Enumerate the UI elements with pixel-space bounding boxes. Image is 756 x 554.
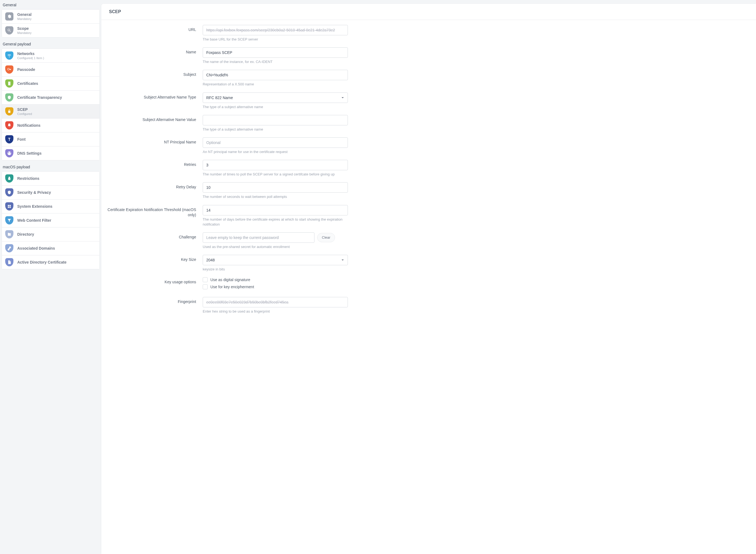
checkbox-label: Use for key encipherment: [210, 285, 254, 289]
form-area: URL The base URL for the SCEP server Nam…: [101, 20, 756, 330]
help-retry-delay: The number of seconds to wait between po…: [203, 195, 348, 199]
sidebar-item-general[interactable]: General Mandatory: [2, 10, 99, 23]
sidebar-item-sublabel: Configured( 1 Item ): [17, 56, 44, 60]
sidebar-item-passcode[interactable]: Passcode: [2, 63, 99, 77]
sidebar-item-assocdom[interactable]: Associated Domains: [2, 241, 99, 256]
sidebar-item-label: Security & Privacy: [17, 190, 51, 195]
sidebar-item-sublabel: Mandatory: [17, 31, 32, 35]
link-icon: [5, 244, 13, 253]
input-subject[interactable]: [203, 70, 348, 80]
main-content: SCEP URL The base URL for the SCEP serve…: [101, 4, 756, 554]
key-icon: [5, 65, 13, 74]
label-retries: Retries: [101, 160, 203, 168]
sidebar-item-networks[interactable]: Networks Configured( 1 Item ): [2, 49, 99, 63]
label-key-usage: Key usage options: [101, 277, 203, 285]
nav-group-general-payload: Networks Configured( 1 Item ) Passcode C…: [2, 48, 100, 160]
wifi-icon: [5, 51, 13, 60]
label-subject: Subject: [101, 70, 203, 77]
checkbox-row-key-encipherment: Use for key encipherment: [203, 284, 348, 289]
input-san-value[interactable]: [203, 115, 348, 125]
sidebar-item-label: Notifications: [17, 123, 41, 127]
label-san-value: Subject Alternative Name Value: [101, 115, 203, 123]
help-retries: The number of times to poll the SCEP ser…: [203, 172, 348, 177]
sidebar-item-label: Associated Domains: [17, 246, 55, 251]
field-challenge: Challenge Clear Used as the pre-shared s…: [101, 232, 748, 250]
shield-icon: [5, 188, 13, 197]
help-cert-exp-notif: The number of days before the certificat…: [203, 217, 348, 227]
label-name: Name: [101, 47, 203, 55]
nav-group-general: General Mandatory Scope Mandatory: [2, 9, 100, 38]
input-nt-principal[interactable]: [203, 137, 348, 148]
input-retries[interactable]: [203, 160, 348, 170]
input-cert-exp-notif[interactable]: [203, 205, 348, 215]
sidebar-item-label: Scope: [17, 26, 32, 31]
lock-icon: [5, 107, 13, 115]
sidebar-item-label: System Extensions: [17, 204, 52, 209]
gear-icon: [5, 12, 13, 20]
lock-icon: [5, 174, 13, 182]
checkbox-row-digital-signature: Use as digital signature: [203, 277, 348, 282]
section-title-macos-payload: macOS payload: [0, 162, 101, 171]
field-name: Name The name of the instance, for ex. C…: [101, 47, 748, 64]
label-retry-delay: Retry Delay: [101, 182, 203, 190]
shield-icon: [5, 93, 13, 102]
sidebar-item-adcert[interactable]: Active Directory Certificate: [2, 256, 99, 269]
main-header: SCEP: [101, 4, 756, 20]
sidebar-item-scep[interactable]: SCEP Configured: [2, 105, 99, 118]
sidebar-item-notifications[interactable]: Notifications: [2, 118, 99, 132]
font-icon: [5, 135, 13, 144]
sidebar-item-scope[interactable]: Scope Mandatory: [2, 23, 99, 37]
cert-icon: [5, 79, 13, 88]
sidebar-item-sublabel: Mandatory: [17, 17, 32, 20]
label-key-size: Key Size: [101, 255, 203, 263]
field-retry-delay: Retry Delay The number of seconds to wai…: [101, 182, 748, 199]
input-name[interactable]: [203, 47, 348, 58]
sidebar-item-label: Web Content Filter: [17, 218, 51, 223]
clear-button[interactable]: Clear: [317, 233, 335, 242]
sidebar-item-label: Certificates: [17, 81, 38, 86]
bell-icon: [5, 121, 13, 129]
sidebar-item-sublabel: Configured: [17, 112, 32, 115]
help-san-type: The type of a subject alternative name: [203, 105, 348, 109]
help-challenge: Used as the pre-shared secret for automa…: [203, 244, 348, 250]
sidebar-item-label: Directory: [17, 232, 34, 236]
input-url[interactable]: [203, 25, 348, 35]
sidebar-item-dns[interactable]: DNS Settings: [2, 147, 99, 160]
field-subject: Subject Representation of a X.500 name: [101, 70, 748, 87]
field-fingerprint: Fingerprint Enter hex string to be used …: [101, 297, 748, 314]
sidebar-item-certtrans[interactable]: Certificate Transparency: [2, 91, 99, 105]
help-nt-principal: An NT principal name for use in the cert…: [203, 150, 348, 154]
field-cert-exp-notif: Certificate Expiration Notification Thre…: [101, 205, 748, 227]
sidebar-item-sysext[interactable]: System Extensions: [2, 200, 99, 214]
label-cert-exp-notif: Certificate Expiration Notification Thre…: [101, 205, 203, 218]
sidebar-item-label: Networks: [17, 51, 44, 56]
label-fingerprint: Fingerprint: [101, 297, 203, 304]
sidebar-item-webfilter[interactable]: Web Content Filter: [2, 214, 99, 227]
help-fingerprint: Enter hex string to be used as a fingerp…: [203, 309, 348, 314]
sidebar-item-label: Active Directory Certificate: [17, 260, 66, 264]
sidebar-item-certificates[interactable]: Certificates: [2, 77, 99, 91]
checkbox-key-encipherment[interactable]: [203, 284, 208, 289]
label-nt-principal: NT Principal Name: [101, 137, 203, 145]
help-san-value: The type of a subject alternative name: [203, 127, 348, 132]
label-san-type: Subject Alternative Name Type: [101, 93, 203, 100]
sidebar: General General Mandatory Scope Mandator…: [0, 0, 101, 554]
sidebar-item-font[interactable]: Font: [2, 132, 99, 147]
input-fingerprint[interactable]: [203, 297, 348, 308]
dir-icon: [5, 230, 13, 238]
page-title: SCEP: [109, 9, 748, 14]
checkbox-digital-signature[interactable]: [203, 277, 208, 282]
input-challenge[interactable]: [203, 232, 314, 243]
sidebar-item-label: Passcode: [17, 67, 35, 72]
select-key-size[interactable]: 2048: [203, 255, 348, 265]
sidebar-item-security[interactable]: Security & Privacy: [2, 185, 99, 200]
grid-icon: [5, 202, 13, 211]
sidebar-item-directory[interactable]: Directory: [2, 227, 99, 241]
field-retries: Retries The number of times to poll the …: [101, 160, 748, 177]
sidebar-item-label: Certificate Transparency: [17, 95, 62, 100]
input-retry-delay[interactable]: [203, 182, 348, 193]
label-challenge: Challenge: [101, 232, 203, 240]
section-title-general: General: [0, 0, 101, 9]
select-san-type[interactable]: RFC 822 Name: [203, 93, 348, 103]
sidebar-item-restrictions[interactable]: Restrictions: [2, 172, 99, 185]
